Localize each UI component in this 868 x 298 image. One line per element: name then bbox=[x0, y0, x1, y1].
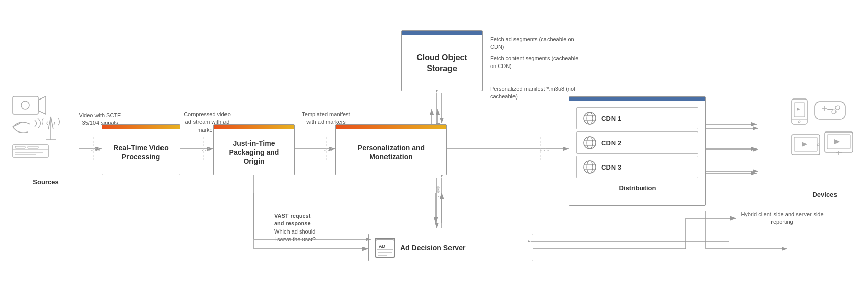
architecture-diagram: ··· ··· ··· ··· ⇕ bbox=[0, 0, 868, 298]
cdn1-item: CDN 1 bbox=[576, 107, 698, 129]
cdn3-globe-icon bbox=[582, 159, 597, 175]
sources-label: Sources bbox=[10, 178, 81, 186]
svg-rect-68 bbox=[378, 252, 392, 253]
devices-area: Devices bbox=[789, 96, 860, 198]
ellipsis-5: ⋮ bbox=[434, 186, 444, 198]
personalization-label: Personalization and Monetization bbox=[336, 129, 446, 176]
svg-point-53 bbox=[584, 137, 596, 149]
svg-rect-93 bbox=[825, 132, 853, 152]
personalized-manifest-label: Personalized manifest *.m3u8 (not cachea… bbox=[490, 85, 582, 101]
ellipsis-3: ⋯ bbox=[323, 144, 334, 156]
svg-point-54 bbox=[587, 137, 593, 149]
svg-point-58 bbox=[587, 161, 593, 173]
svg-marker-82 bbox=[797, 108, 800, 111]
sources-area: Sources bbox=[10, 94, 81, 186]
svg-point-85 bbox=[832, 110, 836, 114]
distribution-label: Distribution bbox=[569, 184, 705, 194]
ad-icon-svg: AD bbox=[375, 239, 395, 257]
svg-rect-81 bbox=[794, 103, 805, 117]
devices-icons bbox=[789, 96, 858, 188]
packaging-top-bar bbox=[214, 125, 294, 129]
distribution-to-ad-arrow bbox=[528, 231, 731, 251]
cdn2-item: CDN 2 bbox=[576, 131, 698, 154]
sources-icons bbox=[10, 94, 76, 175]
devices-label: Devices bbox=[789, 191, 860, 198]
cdn3-item: CDN 3 bbox=[576, 156, 698, 178]
svg-rect-38 bbox=[28, 146, 38, 148]
distribution-devices-arrows bbox=[705, 119, 766, 201]
cloud-storage-box: Cloud Object Storage bbox=[401, 30, 483, 91]
ellipsis-2: ⋯ bbox=[201, 144, 211, 156]
svg-point-80 bbox=[798, 121, 800, 123]
svg-rect-27 bbox=[13, 96, 38, 114]
svg-rect-69 bbox=[378, 255, 387, 256]
svg-rect-37 bbox=[15, 146, 25, 148]
packaging-to-ad-arrow bbox=[251, 174, 373, 245]
fetch-content-label: Fetch content segments (cacheable on CDN… bbox=[490, 55, 582, 71]
ellipsis-4: ⋯ bbox=[539, 144, 550, 156]
cloud-top-bar bbox=[402, 31, 482, 35]
svg-point-57 bbox=[584, 161, 596, 173]
personalization-ad-arrows bbox=[429, 175, 449, 231]
ad-decision-box: AD Ad Decision Server bbox=[368, 234, 533, 261]
realtime-label: Real-Time Video Processing bbox=[102, 129, 180, 176]
svg-rect-35 bbox=[13, 145, 48, 157]
svg-point-49 bbox=[584, 112, 596, 124]
ellipsis-1: ⋯ bbox=[90, 144, 101, 156]
packaging-box: Just-in-Time Packaging and Origin bbox=[213, 124, 295, 175]
distribution-top-bar bbox=[569, 97, 705, 101]
cdn2-globe-icon bbox=[582, 135, 597, 150]
ad-decision-label: Ad Decision Server bbox=[400, 244, 465, 252]
ad-decision-icon: AD bbox=[375, 238, 395, 258]
personalization-box: Personalization and Monetization bbox=[335, 124, 447, 175]
svg-marker-28 bbox=[38, 96, 46, 114]
svg-point-92 bbox=[817, 144, 819, 146]
realtime-box: Real-Time Video Processing bbox=[102, 124, 180, 175]
realtime-top-bar bbox=[102, 125, 180, 129]
svg-point-29 bbox=[21, 101, 29, 109]
svg-point-50 bbox=[587, 112, 593, 124]
svg-rect-88 bbox=[827, 109, 833, 110]
cloud-personalization-arrows bbox=[429, 90, 449, 126]
svg-point-84 bbox=[835, 106, 840, 110]
svg-text:AD: AD bbox=[379, 244, 385, 249]
cloud-label: Cloud Object Storage bbox=[402, 35, 482, 92]
svg-marker-95 bbox=[834, 139, 840, 144]
cdn1-globe-icon bbox=[582, 111, 597, 126]
fetch-ad-label: Fetch ad segments (cacheable on CDN) bbox=[490, 36, 582, 51]
svg-rect-83 bbox=[815, 102, 845, 119]
packaging-label: Just-in-Time Packaging and Origin bbox=[214, 129, 294, 176]
distribution-box: CDN 1 CDN 2 CDN 3 bbox=[569, 96, 706, 206]
reporting-arrow bbox=[703, 203, 790, 254]
svg-marker-91 bbox=[802, 142, 807, 147]
